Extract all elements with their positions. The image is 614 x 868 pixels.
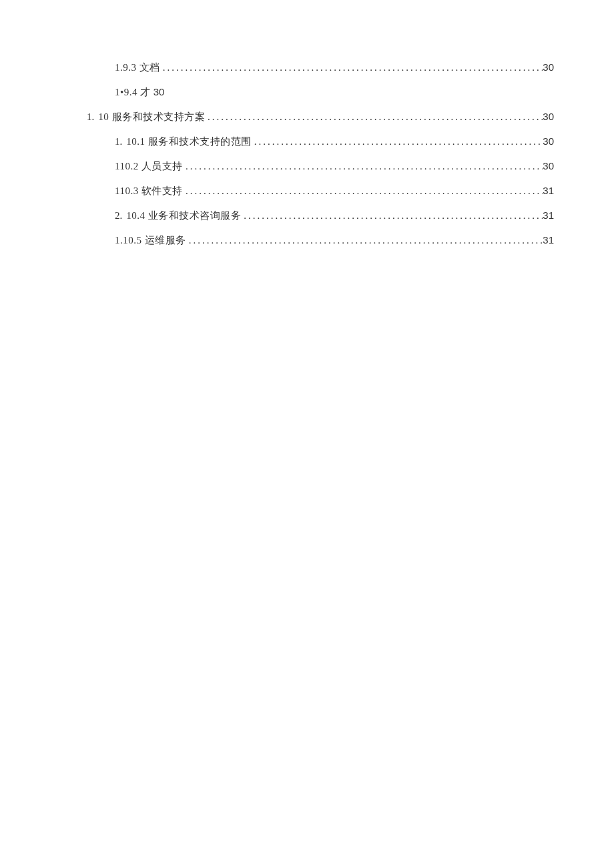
toc-entry: 1•9.4 才 30 [87,86,554,99]
toc-page-number: 30 [543,135,554,147]
toc-leader-dots [241,210,543,222]
toc-page-number: 31 [543,209,554,221]
toc-page-number: 31 [543,234,554,246]
toc-label: 10.1 服务和技术支持的范围 [126,135,252,148]
toc-page-number: 30 [543,61,554,73]
toc-page-number: 30 [543,160,554,171]
toc-marker: 1. [87,111,94,123]
toc-leader-dots [183,161,543,172]
toc-leader-dots [183,185,543,197]
toc-leader-dots [205,111,543,123]
document-page: 1.9.3 文档 30 1•9.4 才 30 1. 10 服务和技术支持方案 3… [0,0,614,247]
toc-label: 10.4 业务和技术咨询服务 [126,209,241,222]
toc-page-number: 31 [543,185,554,196]
toc-label: 110.3 软件支持 [115,185,183,197]
toc-label: 1.9.3 文档 [115,61,160,74]
toc-entry: 1.10.5 运维服务 31 [87,234,554,247]
toc-entry: 1.9.3 文档 30 [87,61,554,74]
toc-entry: 110.3 软件支持 31 [87,185,554,197]
toc-label: 110.2 人员支持 [115,160,183,173]
toc-entry: 2. 10.4 业务和技术咨询服务 31 [87,209,554,222]
toc-entry: 1. 10.1 服务和技术支持的范围 30 [87,135,554,148]
toc-leader-dots [252,136,543,147]
toc-page-number: 30 [543,111,554,122]
toc-page-number: 30 [154,86,165,97]
toc-leader-dots [186,235,543,246]
toc-entry: 1. 10 服务和技术支持方案 30 [87,111,554,123]
toc-label: 1•9.4 才 [115,86,151,99]
toc-leader-dots [160,62,543,73]
toc-marker: 2. [115,210,122,222]
toc-label: 10 服务和技术支持方案 [98,111,205,123]
toc-label: 1.10.5 运维服务 [115,234,186,247]
toc-entry: 110.2 人员支持 30 [87,160,554,173]
toc-marker: 1. [115,136,122,147]
